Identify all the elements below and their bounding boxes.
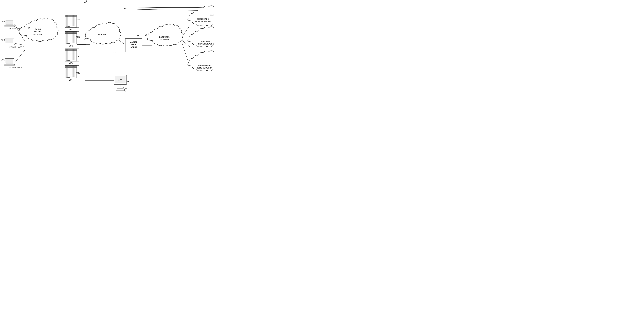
svg-point-44 [69, 26, 70, 27]
svg-rect-41 [66, 26, 75, 27]
svg-point-131 [112, 41, 114, 42]
svg-rect-14 [4, 44, 15, 45]
svg-rect-99 [65, 65, 77, 67]
svg-line-137 [182, 25, 190, 37]
svg-rect-17 [6, 59, 13, 63]
svg-point-5 [84, 100, 85, 101]
svg-point-135 [114, 52, 116, 53]
iwf3: IWF 3 13C [65, 49, 80, 64]
svg-text:HOME NETWORK: HOME NETWORK [198, 43, 214, 45]
mobile-node-c: MOBILE NODE C 10C [1, 49, 25, 68]
ref-28: 28 [127, 80, 129, 83]
ref-10c: 10C [1, 59, 5, 61]
svg-rect-147 [116, 89, 124, 91]
ref-19: 19 [145, 34, 148, 36]
svg-rect-74 [65, 49, 77, 51]
iwf3-label: IWF 3 [68, 62, 73, 64]
svg-text:NETWORK: NETWORK [33, 33, 43, 35]
svg-point-130 [110, 41, 112, 42]
svg-point-7 [84, 103, 85, 104]
ref-11c: 11C [212, 60, 215, 63]
svg-text:NETWORK: NETWORK [160, 39, 169, 41]
iwf1-label: IWF 1 [68, 28, 73, 30]
mobile-node-c-label: MOBILE NODE C [10, 66, 24, 68]
svg-rect-66 [66, 43, 75, 44]
svg-rect-9 [6, 20, 13, 25]
ref-13d: 13D [76, 72, 80, 74]
ref-16: 16 [84, 38, 86, 40]
customer-a-label: CUSTOMER A [197, 18, 209, 20]
svg-rect-18 [4, 64, 15, 65]
radio-access-label: RADIO [35, 28, 41, 30]
svg-line-15 [15, 43, 25, 45]
svg-rect-116 [66, 77, 75, 78]
svg-rect-10 [4, 26, 15, 27]
internet-label: INTERNET [98, 33, 108, 35]
customer-b-home-network: CUSTOMER B HOME NETWORK 11B [188, 27, 215, 47]
svg-point-43 [68, 26, 69, 27]
master-home-agent-label: MASTER [130, 41, 138, 43]
svg-point-133 [110, 52, 112, 53]
ref-10b: 10B [1, 39, 5, 41]
iwf1: IWF 1 13A [65, 15, 80, 30]
svg-point-2 [84, 4, 85, 4]
mobile-node-b-label: MOBILE NODE B [10, 46, 24, 48]
ref-11b: 11B [213, 36, 215, 39]
svg-rect-146 [117, 87, 124, 88]
svg-rect-91 [66, 60, 75, 61]
svg-point-68 [68, 43, 69, 44]
svg-point-6 [84, 102, 85, 102]
radio-access-network: RADIO ACCESS NETWORK 12 [19, 18, 66, 42]
svg-text:AGENT: AGENT [130, 46, 137, 48]
customer-c-label: CUSTOMER C [198, 64, 210, 66]
svg-line-19 [15, 49, 25, 63]
diagram-container: 14 MOBILE NODE A 10A MOBILE NODE B 10B M… [0, 0, 215, 111]
svg-point-92 [67, 60, 68, 61]
aaa-server: AAA 28 [85, 75, 129, 91]
iwf4: IWF 4 13D [65, 65, 80, 81]
customer-b-label: CUSTOMER B [200, 40, 212, 42]
iwf4-label: IWF 4 [68, 79, 74, 81]
svg-point-3 [84, 5, 85, 6]
svg-point-117 [67, 77, 68, 78]
svg-point-132 [114, 41, 116, 42]
ref-11a: 11A [210, 13, 214, 16]
svg-point-94 [69, 60, 70, 61]
svg-text:HOME NETWORK: HOME NETWORK [196, 21, 211, 23]
iwf2-label: IWF 2 [68, 45, 73, 47]
svg-point-134 [112, 52, 114, 53]
svg-text:HOME NETWORK: HOME NETWORK [196, 67, 212, 69]
svg-rect-24 [65, 15, 77, 17]
svg-point-118 [68, 77, 69, 78]
ref-13c: 13C [76, 55, 80, 58]
svg-rect-49 [65, 31, 77, 34]
backhaul-network: BACKHAUL NETWORK 19 [145, 24, 190, 67]
svg-point-119 [69, 77, 70, 78]
svg-rect-13 [6, 39, 13, 43]
svg-point-4 [84, 6, 85, 7]
svg-point-148 [125, 88, 127, 91]
svg-point-67 [67, 43, 68, 44]
ref-26: 26 [137, 35, 139, 37]
aaa-label: AAA [118, 79, 122, 81]
mobile-node-b: MOBILE NODE B 10B [1, 38, 25, 48]
svg-point-93 [68, 60, 69, 61]
svg-text:HOME: HOME [131, 44, 136, 46]
ref-14-label: 14 [84, 0, 87, 2]
ref-12: 12 [28, 27, 30, 29]
svg-point-69 [69, 43, 70, 44]
ref-17: 17 [118, 41, 121, 43]
master-home-agent: MASTER HOME AGENT 17 [118, 39, 152, 52]
customer-a-home-network: CUSTOMER A HOME NETWORK 11A [124, 6, 215, 26]
svg-text:ACCESS: ACCESS [34, 31, 42, 33]
ref-10a: 10A [1, 20, 5, 23]
customer-c-home-network: CUSTOMER C HOME NETWORK 11C [188, 51, 215, 71]
backhaul-label: BACKHAUL [159, 36, 170, 38]
svg-point-42 [67, 26, 68, 27]
